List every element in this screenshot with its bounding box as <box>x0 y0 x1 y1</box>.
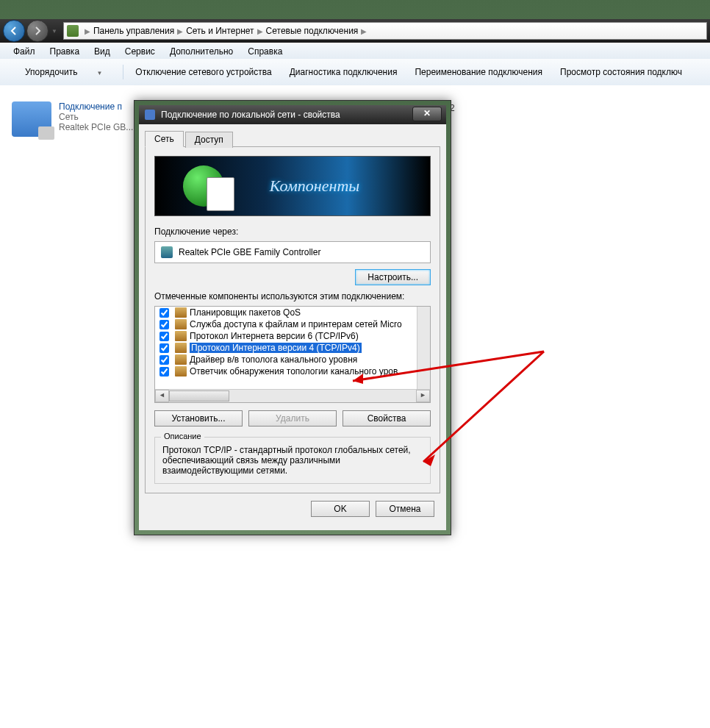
diagnose-button[interactable]: Диагностика подключения <box>281 64 406 80</box>
connect-via-label: Подключение через: <box>154 226 431 237</box>
network-adapter-icon <box>12 101 51 137</box>
vertical-scrollbar[interactable] <box>417 307 430 390</box>
dialog-title-text: Подключение по локальной сети - свойства <box>161 110 340 120</box>
adapter-name: Realtek PCIe GBE Family Controller <box>179 247 320 257</box>
install-button[interactable]: Установить... <box>154 410 243 427</box>
components-label: Отмеченные компоненты используются этим … <box>154 291 431 301</box>
back-button[interactable] <box>3 20 25 42</box>
chevron-right-icon: ▶ <box>83 27 92 35</box>
navigation-bar: ▼ ▶ Панель управления ▶ Сеть и Интернет … <box>0 19 710 43</box>
description-legend: Описание <box>161 432 204 440</box>
clipboard-icon <box>207 177 234 211</box>
dialog-footer: OK Отмена <box>145 493 440 524</box>
forward-button[interactable] <box>26 20 49 42</box>
view-status-button[interactable]: Просмотр состояния подключ <box>551 64 691 80</box>
crumb-network-internet[interactable]: Сеть и Интернет <box>184 26 255 36</box>
cancel-button[interactable]: Отмена <box>376 501 434 517</box>
component-icon <box>175 319 187 329</box>
scroll-right-button[interactable]: ► <box>416 390 430 402</box>
breadcrumb[interactable]: ▶ Панель управления ▶ Сеть и Интернет ▶ … <box>83 26 368 36</box>
crumb-network-connections[interactable]: Сетевые подключения <box>265 26 360 36</box>
history-dropdown-icon[interactable]: ▼ <box>51 28 57 35</box>
banner-text: Компоненты <box>270 176 359 196</box>
chevron-right-icon: ▶ <box>256 27 265 35</box>
component-icon <box>175 331 187 341</box>
component-checkbox[interactable] <box>159 343 169 353</box>
properties-button[interactable]: Свойства <box>343 410 431 427</box>
scroll-thumb[interactable] <box>169 390 229 402</box>
configure-button[interactable]: Настроить... <box>355 269 431 285</box>
component-icon <box>175 366 187 377</box>
description-text: Протокол TCP/IP - стандартный протокол г… <box>162 445 423 476</box>
tab-network[interactable]: Сеть <box>145 131 184 147</box>
list-item-selected: Протокол Интернета версии 4 (TCP/IPv4) <box>155 342 430 354</box>
crumb-control-panel[interactable]: Панель управления <box>92 26 176 36</box>
chevron-right-icon: ▶ <box>176 27 184 35</box>
dialog-titlebar[interactable]: Подключение по локальной сети - свойства… <box>139 105 446 124</box>
components-list[interactable]: Планировщик пакетов QoS Служба доступа к… <box>154 306 431 403</box>
component-checkbox[interactable] <box>159 308 169 318</box>
dialog-icon <box>145 110 155 120</box>
list-item: Протокол Интернета версии 6 (TCP/IPv6) <box>155 330 430 342</box>
separator <box>123 65 123 79</box>
disable-device-button[interactable]: Отключение сетевого устройства <box>126 64 280 80</box>
list-item: Планировщик пакетов QoS <box>155 307 430 318</box>
chevron-right-icon: ▶ <box>359 27 368 35</box>
properties-dialog: Подключение по локальной сети - свойства… <box>134 100 451 535</box>
rename-button[interactable]: Переименование подключения <box>406 64 551 80</box>
ok-button[interactable]: OK <box>311 501 370 517</box>
menu-help[interactable]: Справка <box>240 45 290 58</box>
menu-advanced[interactable]: Дополнительно <box>162 45 240 58</box>
component-checkbox[interactable] <box>159 367 169 377</box>
menu-tools[interactable]: Сервис <box>118 45 162 58</box>
menu-edit[interactable]: Правка <box>43 45 87 58</box>
component-icon <box>175 354 187 365</box>
component-checkbox[interactable] <box>159 355 169 365</box>
close-button[interactable]: ✕ <box>412 107 442 121</box>
connection-adapter: Realtek PCIe GB... <box>59 122 133 132</box>
horizontal-scrollbar[interactable]: ◄ ► <box>155 389 430 402</box>
component-checkbox[interactable] <box>159 320 169 329</box>
component-icon <box>175 307 187 318</box>
scroll-left-button[interactable]: ◄ <box>155 390 169 402</box>
tab-strip: Сеть Доступ <box>145 130 440 147</box>
connection-name: Подключение п <box>59 101 133 112</box>
remove-button: Удалить <box>248 410 337 427</box>
connection-network: Сеть <box>59 112 133 122</box>
list-item: Драйвер в/в тополога канального уровня <box>155 354 430 365</box>
list-item: Ответчик обнаружения топологии канальног… <box>155 365 430 377</box>
list-item: Служба доступа к файлам и принтерам сете… <box>155 318 430 330</box>
adapter-field: Realtek PCIe GBE Family Controller <box>154 241 431 263</box>
menu-bar: Файл Правка Вид Сервис Дополнительно Спр… <box>0 43 710 60</box>
description-group: Описание Протокол TCP/IP - стандартный п… <box>154 437 431 484</box>
components-banner: Компоненты <box>154 156 431 216</box>
organize-button[interactable]: Упорядочить▼ <box>7 64 120 80</box>
connection-item[interactable]: Подключение п Сеть Realtek PCIe GB... <box>12 101 133 137</box>
adapter-icon <box>161 246 173 258</box>
address-bar[interactable]: ▶ Панель управления ▶ Сеть и Интернет ▶ … <box>63 22 707 40</box>
component-checkbox[interactable] <box>159 332 169 341</box>
component-icon <box>175 343 187 353</box>
tab-access[interactable]: Доступ <box>185 132 233 148</box>
menu-view[interactable]: Вид <box>87 45 118 58</box>
menu-file[interactable]: Файл <box>6 45 43 58</box>
control-panel-icon <box>67 25 79 37</box>
tab-panel-network: Компоненты Подключение через: Realtek PC… <box>145 147 440 493</box>
command-bar: Упорядочить▼ Отключение сетевого устройс… <box>0 59 710 86</box>
